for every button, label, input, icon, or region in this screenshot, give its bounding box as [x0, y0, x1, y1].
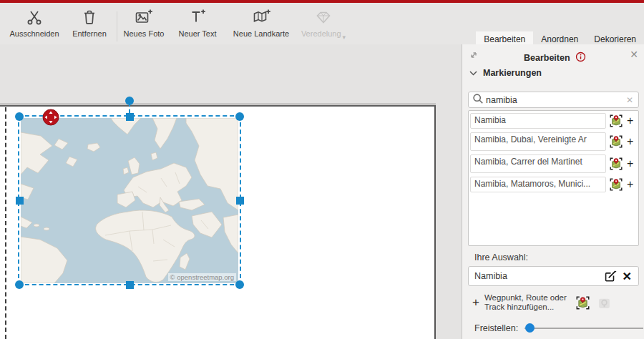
crop-slider-track[interactable] [525, 328, 643, 329]
add-waypoint-icon[interactable]: + [472, 295, 479, 310]
dropdown-arrow-icon: ▾ [343, 34, 346, 41]
current-selection-field: Namibia ✕ [468, 266, 639, 286]
add-result-button[interactable]: + [627, 180, 633, 190]
selection-handle-bottom-left[interactable] [15, 280, 24, 289]
search-icon [472, 93, 484, 107]
delete-button[interactable]: Entfernen [67, 7, 112, 43]
page-bleed-line [5, 107, 6, 339]
map-marker-icon[interactable] [610, 157, 623, 170]
selection-label: Ihre Auswahl: [474, 252, 528, 262]
result-text[interactable]: Namibia, Matamoros, Munici... [470, 177, 606, 192]
crop-slider[interactable] [525, 323, 640, 333]
selection-handle-top-left[interactable] [15, 112, 24, 121]
new-map-button[interactable]: Neue Landkarte [228, 7, 295, 43]
selection-handle-top-center[interactable] [126, 113, 134, 121]
edit-icon[interactable] [604, 270, 617, 282]
remove-selection-icon[interactable]: ✕ [623, 270, 632, 283]
canvas-workspace: © openstreetmap.org [0, 44, 462, 339]
waypoint-row[interactable]: + Wegpunkt, Route oder Track hinzufügen.… [472, 293, 640, 312]
current-selection-value: Namibia [474, 271, 604, 281]
markers-section-header[interactable]: Markierungen [469, 68, 542, 78]
new-photo-label: Neues Foto [124, 29, 165, 38]
markers-section-label: Markierungen [483, 68, 542, 78]
add-result-button[interactable]: + [627, 159, 633, 169]
selection-handle-middle-left[interactable] [16, 197, 24, 205]
search-input[interactable] [486, 95, 621, 105]
photo-add-icon [135, 7, 153, 27]
crop-row: Freistellen: [474, 323, 640, 333]
edit-panel: Bearbeiten ✕ Markierungen ✕ Namibia [462, 44, 644, 339]
map-marker-icon[interactable] [576, 296, 590, 310]
photo-pin-icon-disabled [597, 296, 611, 310]
embellishment-button: Veredelung▾ [295, 7, 352, 43]
delete-label: Entfernen [72, 29, 107, 38]
new-photo-button[interactable]: Neues Foto [120, 7, 167, 43]
list-item[interactable]: Namibia + [470, 113, 637, 129]
new-map-label: Neue Landkarte [233, 29, 289, 38]
cut-button[interactable]: Ausschneiden [4, 7, 64, 43]
list-item[interactable]: Namibia, Carrer del Martinet + [470, 154, 637, 173]
waypoint-label: Wegpunkt, Route oder Track hinzufügen... [484, 293, 569, 312]
add-result-button[interactable]: + [627, 116, 633, 126]
map-marker-icon[interactable] [610, 114, 623, 127]
rotation-handle[interactable] [125, 97, 134, 105]
new-text-label: Neuer Text [179, 29, 217, 38]
crop-label: Freistellen: [474, 323, 518, 333]
map-marker-icon[interactable] [610, 178, 623, 191]
add-result-button[interactable]: + [627, 137, 633, 147]
search-clear-icon[interactable]: ✕ [621, 95, 638, 105]
cut-label: Ausschneiden [9, 29, 59, 38]
diamond-icon [315, 7, 332, 27]
new-text-button[interactable]: Neuer Text [173, 7, 222, 43]
list-item[interactable]: Namibia, Dubai, Vereinigte Ar + [470, 132, 637, 151]
chevron-down-icon [469, 71, 477, 76]
selection-handle-bottom-center[interactable] [126, 281, 134, 289]
map-add-icon [252, 7, 271, 27]
result-text[interactable]: Namibia, Carrer del Martinet [470, 154, 606, 173]
trash-icon [81, 7, 98, 27]
selection-frame [18, 115, 241, 285]
panel-close-icon[interactable]: ✕ [630, 49, 638, 60]
toolbar-separator [117, 11, 117, 41]
move-handle-icon[interactable] [42, 109, 59, 126]
selection-handle-middle-right[interactable] [236, 197, 244, 205]
panel-header: Bearbeiten ✕ [462, 44, 644, 64]
search-results-list: Namibia + Namibia, Dubai, Vereinigte Ar [468, 110, 639, 246]
map-marker-icon[interactable] [610, 135, 623, 148]
crop-slider-thumb[interactable] [525, 323, 535, 333]
list-item[interactable]: Namibia, Matamoros, Munici... + [470, 177, 637, 192]
panel-title: Bearbeiten [462, 50, 644, 63]
selection-handle-top-right[interactable] [235, 112, 244, 121]
scissors-icon [26, 7, 43, 27]
embellishment-label: Veredelung▾ [301, 29, 346, 38]
result-text[interactable]: Namibia, Dubai, Vereinigte Ar [470, 132, 606, 151]
search-box: ✕ [468, 92, 639, 108]
info-icon[interactable] [573, 54, 586, 64]
text-add-icon [188, 7, 207, 27]
result-text[interactable]: Namibia [470, 113, 606, 129]
selection-handle-bottom-right[interactable] [235, 280, 244, 289]
toolbar: Ausschneiden Entfernen Neues Foto [0, 3, 644, 44]
